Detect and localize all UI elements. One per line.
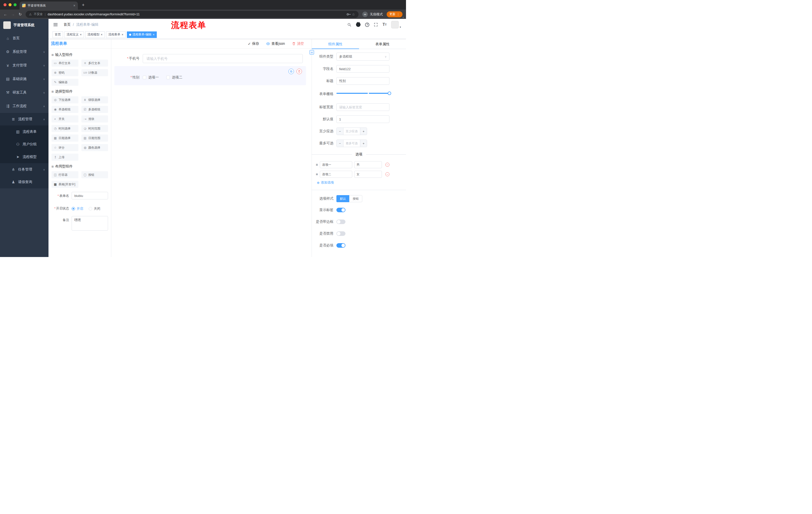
minus-icon[interactable]: − xyxy=(337,128,343,135)
title-input[interactable] xyxy=(337,77,389,85)
palette-item-button[interactable]: ▢按钮 xyxy=(81,171,108,178)
phone-input[interactable] xyxy=(143,54,303,63)
view-json-button[interactable]: 查看json xyxy=(266,42,285,46)
palette-item-upload[interactable]: ↥上传 xyxy=(52,154,78,161)
palette-item-radio-group[interactable]: ◉单选框组 xyxy=(52,106,78,113)
palette-item-cascader[interactable]: ⋔级联选择 xyxy=(81,96,108,103)
tag-process-definition[interactable]: 流程定义 × xyxy=(64,31,84,38)
github-icon[interactable] xyxy=(356,22,360,27)
required-toggle[interactable] xyxy=(337,243,345,248)
palette-item-row-container[interactable]: ◫行容器 xyxy=(52,171,78,178)
sidebar-item-workflow[interactable]: ⇶ 工作流程 ∧ xyxy=(0,99,49,113)
palette-item-select[interactable]: ◎下拉选择 xyxy=(52,96,78,103)
address-bar[interactable]: ⚠ 不安全 | dashboard.yudao.iocoder.cn/bpm/m… xyxy=(26,11,358,18)
sidebar-item-leave-query[interactable]: ♟ 请假查询 xyxy=(0,176,49,188)
chevron-down-icon[interactable]: ∨ xyxy=(402,16,404,19)
sidebar-item-process-form[interactable]: ▥ 流程表单 xyxy=(0,126,49,138)
window-minimize-button[interactable] xyxy=(8,3,11,6)
tag-home[interactable]: 首页 xyxy=(53,31,63,38)
palette-item-date-picker[interactable]: ▦日期选择 xyxy=(52,135,78,141)
sidebar-item-infrastructure[interactable]: ▤ 基础设施 ∨ xyxy=(0,72,49,86)
remove-option-button[interactable]: − xyxy=(385,172,389,176)
slider-handle[interactable] xyxy=(388,91,391,95)
status-radio-on[interactable]: 开启 xyxy=(71,207,83,211)
tab-form-props[interactable]: 表单属性 xyxy=(359,39,406,49)
sidebar-item-payment[interactable]: ¥ 支付管理 ∨ xyxy=(0,59,49,72)
add-option-button[interactable]: ⊕ 添加选项 xyxy=(317,180,389,185)
disabled-toggle[interactable] xyxy=(337,231,345,236)
window-zoom-button[interactable] xyxy=(13,3,17,6)
hamburger-icon[interactable] xyxy=(54,24,58,25)
option-1-label-input[interactable] xyxy=(320,161,352,168)
plus-icon[interactable]: + xyxy=(360,128,367,135)
palette-item-editor[interactable]: ✎编辑器 xyxy=(52,79,78,86)
font-size-icon[interactable]: TT xyxy=(382,22,387,27)
search-icon[interactable] xyxy=(347,23,351,27)
help-icon[interactable]: ? xyxy=(365,23,369,27)
tag-process-model[interactable]: 流程模型 × xyxy=(85,31,105,38)
palette-item-single-line-text[interactable]: ▭单行文本 xyxy=(52,60,78,66)
sidebar-item-system[interactable]: ⚙ 系统管理 ∨ xyxy=(0,45,49,59)
palette-item-checkbox-group[interactable]: ☑多选框组 xyxy=(81,106,108,113)
drag-handle-icon[interactable]: ≡ xyxy=(316,172,318,176)
option-2-value-input[interactable] xyxy=(354,171,382,178)
palette-item-rate[interactable]: ☆评分 xyxy=(52,144,78,151)
link-icon[interactable]: ∞ xyxy=(310,50,314,55)
palette-item-time-picker[interactable]: ◷时间选择 xyxy=(52,125,78,132)
plus-icon[interactable]: + xyxy=(360,140,367,147)
close-icon[interactable]: × xyxy=(122,33,123,36)
back-icon[interactable]: ← xyxy=(3,12,7,16)
palette-item-multi-line-text[interactable]: ≡多行文本 xyxy=(81,60,108,66)
browser-tab[interactable]: 芋道管理系统 × xyxy=(20,1,78,9)
form-name-input[interactable] xyxy=(71,192,108,199)
style-default-button[interactable]: 默认 xyxy=(337,195,349,202)
tab-component-props[interactable]: 组件属性 xyxy=(312,39,359,49)
show-label-toggle[interactable] xyxy=(337,208,345,212)
checkbox-option-2[interactable]: 选项二 xyxy=(166,75,182,80)
delete-field-button[interactable] xyxy=(296,69,302,74)
reload-icon[interactable]: ↻ xyxy=(19,12,22,16)
forward-icon[interactable]: → xyxy=(11,12,15,16)
window-close-button[interactable] xyxy=(3,3,6,6)
browser-menu-icon[interactable]: ⋮ xyxy=(397,12,400,16)
update-button[interactable]: 更新 ⋮ xyxy=(387,11,403,17)
grid-slider[interactable] xyxy=(337,89,389,97)
form-canvas[interactable]: *手机号 ⧉ *性别 选项一 选项二 xyxy=(111,49,312,257)
palette-item-time-range[interactable]: ◶时间范围 xyxy=(81,125,108,132)
option-1-value-input[interactable] xyxy=(354,161,382,168)
checkbox-option-1[interactable]: 选项一 xyxy=(143,75,159,80)
sidebar-item-process-model[interactable]: ➤ 流程模型 xyxy=(0,151,49,163)
palette-item-password[interactable]: ⊗密码 xyxy=(52,69,78,76)
field-name-input[interactable] xyxy=(337,65,389,73)
remove-option-button[interactable]: − xyxy=(385,163,389,167)
tag-process-form[interactable]: 流程表单 × xyxy=(106,31,126,38)
close-icon[interactable]: × xyxy=(101,33,103,36)
min-select-input[interactable] xyxy=(343,128,360,135)
form-remark-textarea[interactable]: 嘿嘿 xyxy=(71,216,108,231)
close-icon[interactable]: × xyxy=(153,33,154,36)
close-icon[interactable]: × xyxy=(80,33,82,36)
password-key-icon[interactable] xyxy=(347,13,349,15)
default-value-input[interactable] xyxy=(337,115,389,123)
option-2-label-input[interactable] xyxy=(320,171,352,178)
drag-handle-icon[interactable]: ≡ xyxy=(316,163,318,167)
sidebar-item-home[interactable]: ⌂ 首页 xyxy=(0,31,49,45)
label-width-input[interactable] xyxy=(337,103,389,111)
sidebar-item-user-group[interactable]: ⚇ 用户分组 xyxy=(0,138,49,151)
clear-button[interactable]: 清空 xyxy=(292,42,304,46)
gender-field-selected[interactable]: ⧉ *性别 选项一 选项二 xyxy=(114,66,306,85)
user-menu[interactable]: ▾ xyxy=(391,21,401,28)
fullscreen-icon[interactable] xyxy=(374,23,378,27)
palette-item-counter[interactable]: 123计数器 xyxy=(81,69,108,76)
component-type-select[interactable]: 多选框组∨ xyxy=(337,53,389,61)
palette-item-date-range[interactable]: ▤日期范围 xyxy=(81,135,108,141)
copy-field-button[interactable]: ⧉ xyxy=(288,69,294,74)
style-button-button[interactable]: 按钮 xyxy=(349,195,362,202)
palette-item-slider[interactable]: ─●滑块 xyxy=(81,115,108,123)
sidebar-item-process-management[interactable]: ≣ 流程管理 ∧ xyxy=(0,113,49,126)
max-select-input[interactable] xyxy=(343,140,360,147)
breadcrumb-home[interactable]: 首页 xyxy=(63,22,70,27)
sidebar-item-dev-tools[interactable]: ⚒ 研发工具 ∨ xyxy=(0,86,49,99)
phone-field[interactable]: *手机号 xyxy=(114,54,306,63)
bookmark-star-icon[interactable]: ☆ xyxy=(352,12,355,16)
